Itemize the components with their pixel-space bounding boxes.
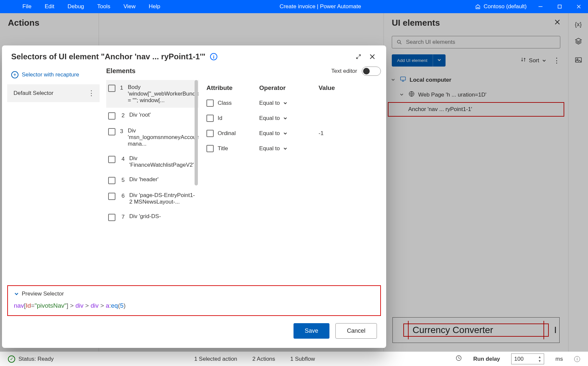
attr-operator-label: Equal to [259,100,280,106]
menu-file[interactable]: File [16,1,37,13]
close-window-button[interactable] [570,0,588,13]
attr-operator[interactable]: Equal to [259,130,319,137]
attr-operator-label: Equal to [259,115,280,122]
ms-label: ms [555,356,563,362]
window-title: Create invoice | Power Automate [166,3,475,10]
menu-debug[interactable]: Debug [62,1,90,13]
text-editor-label: Text editor [331,68,357,74]
menu-tools[interactable]: Tools [91,1,116,13]
attr-checkbox[interactable] [206,130,214,137]
element-row[interactable]: 6Div 'page-DS-EntryPoint1-2 MSNewsLayout… [106,188,199,209]
preview-selector-code: nav[Id="pivotsNav"] > div > div > a:eq(5… [14,302,374,309]
attr-name: Title [218,145,228,152]
expand-icon[interactable] [354,52,363,61]
element-checkbox[interactable] [108,214,115,221]
status-ok-icon: ✓ [8,355,15,363]
attr-row-ordinal: Ordinal Equal to -1 [205,126,381,141]
attr-checkbox[interactable] [206,115,214,122]
cancel-button[interactable]: Cancel [335,323,377,339]
stepper-down[interactable]: ▼ [538,359,541,363]
scrollbar[interactable] [195,80,198,185]
save-button[interactable]: Save [294,323,329,339]
selectors-modal: Selectors of UI element "Anchor 'nav ...… [2,45,386,348]
default-selector-item[interactable]: Default Selector ⋮ [7,84,100,102]
attr-header-operator: Operator [259,84,319,92]
element-row[interactable]: 1Body 'window["_webWorkerBundle"] = ""; … [106,80,199,108]
run-delay-value: 100 [514,356,523,362]
attr-operator[interactable]: Equal to [259,115,319,122]
element-checkbox[interactable] [108,193,115,200]
element-checkbox[interactable] [108,177,115,184]
attr-operator[interactable]: Equal to [259,145,319,152]
element-label: Div 'FinanceWatchlistPageV2' [129,155,197,168]
element-label: Body 'window["_webWorkerBundle"] = ""; w… [128,84,199,104]
run-delay-input[interactable]: 100 ▲▼ [511,353,544,364]
element-index: 1 [120,85,123,91]
clock-icon [455,355,462,363]
elements-title: Elements [106,67,199,80]
org-name: Contoso (default) [484,3,527,10]
preview-selector-section: Preview Selector nav[Id="pivotsNav"] > d… [7,285,381,316]
element-checkbox[interactable] [108,112,115,120]
attr-name: Ordinal [218,130,236,137]
tok: eq [111,302,118,309]
selector-with-recapture[interactable]: + Selector with recapture [7,67,100,84]
plus-circle-icon: + [11,71,18,78]
org-switcher[interactable]: Contoso (default) [475,3,531,10]
element-index: 4 [120,156,125,162]
menu-view[interactable]: View [118,1,142,13]
element-index: 5 [120,177,125,183]
recapture-label: Selector with recapture [22,71,79,78]
element-checkbox[interactable] [108,85,115,92]
element-label: Div 'root' [129,112,197,118]
tok: a [106,302,109,309]
status-selected-action: 1 Selected action [194,356,237,362]
run-delay-label: Run delay [473,356,500,362]
tok: nav [14,302,24,309]
element-row[interactable]: 5Div 'header' [106,172,199,188]
element-row[interactable]: 7Div 'grid-DS- [106,209,199,225]
maximize-button[interactable] [550,0,569,13]
attr-row-class: Class Equal to [205,96,381,111]
element-checkbox[interactable] [108,156,115,163]
attributes-panel: Text editor Attribute Operator Value Cla… [205,67,381,280]
elements-panel: Elements 1Body 'window["_webWorkerBundle… [106,67,199,280]
default-selector-label: Default Selector [14,90,53,97]
stepper-up[interactable]: ▲ [538,355,541,359]
element-row[interactable]: 4Div 'FinanceWatchlistPageV2' [106,151,199,172]
minimize-button[interactable] [531,0,550,13]
tok: "pivotsNav" [35,302,67,309]
element-index: 7 [120,214,125,220]
element-label: Div 'header' [129,176,197,183]
info-icon[interactable]: i [574,356,580,362]
status-ready: Status: Ready [18,356,54,362]
attr-checkbox[interactable] [206,99,214,107]
attr-row-title: Title Equal to [205,141,381,156]
status-subflow-count: 1 Subflow [290,356,315,362]
info-icon[interactable]: i [210,53,217,60]
element-label: Div 'msn_logomsnmoneyAccount mana... [128,127,199,147]
tok: Id [26,302,31,309]
attr-header-value: Value [319,84,380,92]
close-modal-button[interactable] [368,52,377,61]
preview-selector-toggle[interactable]: Preview Selector [14,291,374,302]
attr-operator[interactable]: Equal to [259,100,319,106]
more-icon[interactable]: ⋮ [88,89,94,98]
org-icon [475,3,481,10]
menu-edit[interactable]: Edit [39,1,60,13]
attr-name: Id [218,115,222,122]
tok: div [76,302,83,309]
text-editor-toggle[interactable] [362,67,381,76]
menu-help[interactable]: Help [143,1,166,13]
main-menu: File Edit Debug Tools View Help [0,1,166,13]
element-checkbox[interactable] [108,128,115,135]
attr-value[interactable]: -1 [319,130,380,137]
element-index: 6 [120,193,125,199]
element-row[interactable]: 2Div 'root' [106,108,199,124]
preview-selector-label: Preview Selector [22,291,64,297]
tok: 5 [120,302,124,309]
attr-operator-label: Equal to [259,145,280,152]
attr-checkbox[interactable] [206,145,214,152]
element-row[interactable]: 3Div 'msn_logomsnmoneyAccount mana... [106,124,199,151]
element-index: 3 [120,128,123,135]
